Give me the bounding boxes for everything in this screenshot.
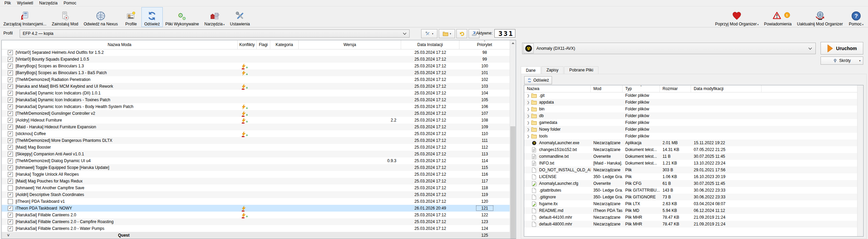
button-profile-tools[interactable]: ▾ xyxy=(421,29,437,38)
mod-row[interactable]: ✓[BarryBogs] Scopes as Binoculars 1.3 - … xyxy=(2,69,510,76)
file-tree-row[interactable]: ❯dbFolder plików xyxy=(524,112,857,119)
mod-enabled-checkbox[interactable]: ✓ xyxy=(8,226,13,231)
file-tree-row[interactable]: commandline.txtOverwriteDokument tekst..… xyxy=(524,153,857,160)
mod-row[interactable]: ✓iTheon PDA Taskboard NOWY26.01.2026 20:… xyxy=(2,205,510,212)
mod-row[interactable]: ✓[HarukaSai] Dynamic Icon Indicators - T… xyxy=(2,96,510,103)
mod-enabled-checkbox[interactable]: ✓ xyxy=(8,145,13,150)
file-column-header-nazwa[interactable]: Nazwa xyxy=(524,85,591,92)
toolbar-button-install-mod[interactable]: Zainstaluj Mod xyxy=(49,7,81,27)
file-tree-row[interactable]: ☢AnomalyLauncher.exeNiezarządzaneAplikac… xyxy=(524,139,857,146)
profile-select[interactable]: EFP 4.2 — kopia xyxy=(20,29,410,38)
mod-enabled-checkbox[interactable]: ✓ xyxy=(8,57,13,62)
mod-row[interactable]: ✓[sticknou] Coffee+25.03.2024 17:12110 xyxy=(2,130,510,137)
mod-row[interactable]: ✓[Aoldri] Descriptive Stash Coordinates2… xyxy=(2,191,510,198)
mod-row[interactable]: ✓[Maid - Haruka] Hideout Furniture Expan… xyxy=(2,124,510,130)
menu-item-pomoc[interactable]: Pomoc xyxy=(61,0,79,6)
file-tree-row[interactable]: fsgame.ltxNiezarządzanePlik LTX2.63 KB03… xyxy=(524,200,857,207)
mod-column-header-priorytet[interactable]: Priorytet˄ xyxy=(459,40,510,49)
scrollbar-thumb[interactable] xyxy=(510,126,515,239)
file-tree-row[interactable]: README.mdiTheon PDA Tas...Plik MD5.94 KB… xyxy=(524,207,857,214)
mod-row[interactable]: [iTheon] PDA Taskboard v125.03.2024 17:1… xyxy=(2,198,510,205)
file-tree-row[interactable]: .gitignore350- Ledge Gra...Plik GITIGNOR… xyxy=(524,194,857,200)
file-tree-row[interactable]: AnomalyLauncher.cfgOverwritePlik CFG61 B… xyxy=(524,180,857,187)
mod-row[interactable]: ✓[TheMrDemonized] Radiation Penetration2… xyxy=(2,76,510,83)
mod-row[interactable]: ✓[Skieppy] Companion Anti Awol v1.0.125.… xyxy=(2,151,510,157)
scroll-up-icon[interactable] xyxy=(510,40,516,46)
file-tree-row[interactable]: ❯toolsFolder plików xyxy=(524,133,857,139)
mod-row[interactable]: ✓[HarukaSai] Dynamic Icon Indicators (DI… xyxy=(2,90,510,96)
mod-row[interactable]: ✓[Vintar0] Separated Helmets And Outfits… xyxy=(2,49,510,56)
mod-row[interactable]: ✓[Aoldry] Hideout Furniture+2.225.03.202… xyxy=(2,117,510,124)
run-button[interactable]: Uruchom xyxy=(821,42,863,55)
mod-enabled-checkbox[interactable]: ✓ xyxy=(8,179,13,184)
chevron-right-icon[interactable]: ❯ xyxy=(526,101,531,104)
chevron-right-icon[interactable]: ❯ xyxy=(526,114,531,118)
file-column-header-mod[interactable]: Mod xyxy=(591,85,623,92)
file-tree-row[interactable]: ❯gamedataFolder plików xyxy=(524,119,857,126)
toolbar-button-manage-instances[interactable]: Zarządzaj Instancjami... xyxy=(1,7,49,27)
mod-enabled-checkbox[interactable]: ✓ xyxy=(8,192,13,197)
chevron-right-icon[interactable]: ❯ xyxy=(526,121,531,125)
mod-row[interactable]: ✓[TheMrDemonized] Gunslinger Controller … xyxy=(2,110,510,117)
mod-enabled-checkbox[interactable]: ✓ xyxy=(8,118,13,123)
mod-enabled-checkbox[interactable]: ✓ xyxy=(8,77,13,82)
mod-row[interactable]: ✓[TheMrDemonized] Dialog Dynamic UI u40.… xyxy=(2,157,510,164)
toolbar-button-visit-nexus[interactable]: Odwiedź na Nexus xyxy=(81,7,121,27)
mod-enabled-checkbox[interactable]: ✓ xyxy=(8,206,13,211)
mod-enabled-checkbox[interactable]: ✓ xyxy=(8,104,13,109)
tab-zapisy[interactable]: Zapisy xyxy=(541,66,564,74)
chevron-right-icon[interactable]: ❯ xyxy=(526,94,531,97)
mod-row[interactable]: ✓[HarukaSai] Fillable Canteens 2.0 - Wat… xyxy=(2,225,510,232)
file-tree-row[interactable]: DO_NOT_INSTALL_OLD_AD...NiezarządzanePli… xyxy=(524,167,857,173)
mod-enabled-checkbox[interactable]: ✓ xyxy=(8,213,13,218)
mod-enabled-checkbox[interactable] xyxy=(8,186,13,191)
file-column-header-data-modyfikacji[interactable]: Data modyfikacji xyxy=(691,85,762,92)
toolbar-button-tools[interactable]: Narzędzia▾ xyxy=(202,7,228,27)
mod-enabled-checkbox[interactable]: ✓ xyxy=(8,158,13,164)
mod-row[interactable]: ✓[TheMrDemonized] More Dangerous Phantom… xyxy=(2,137,510,144)
menu-item-wyswietl[interactable]: Wyświetl xyxy=(14,0,36,6)
file-tree-row[interactable]: changes151to152.txtNiezarządzaneDokument… xyxy=(524,146,857,153)
mod-column-header-konflikty[interactable]: Konflikty xyxy=(238,40,257,49)
mod-row[interactable]: ✓[HarukaSai] Dynamic Icon Indicators - B… xyxy=(2,103,510,110)
toolbar-button-refresh[interactable]: Odśwież xyxy=(141,7,162,27)
menu-item-plik[interactable]: Plik xyxy=(1,0,14,6)
mod-row[interactable]: ✓[Ishmaeel] Toggle Equipped Scope [Haruk… xyxy=(2,164,510,171)
mod-column-header-nazwa-moda[interactable]: Nazwa Moda xyxy=(2,40,238,49)
mod-column-header-data-instalacji[interactable]: Data Instalacji xyxy=(401,40,459,49)
mod-enabled-checkbox[interactable] xyxy=(8,199,13,204)
file-tree-scrollbar[interactable] xyxy=(857,85,863,236)
executable-select[interactable]: ☢ Anomaly (DX11-AVX) xyxy=(522,43,816,54)
mod-enabled-checkbox[interactable]: ✓ xyxy=(8,84,13,89)
mod-enabled-checkbox[interactable]: ✓ xyxy=(8,172,13,177)
tab-pobrane-pliki[interactable]: Pobrane Pliki xyxy=(564,66,598,74)
file-column-header-rozmiar[interactable]: Rozmiar xyxy=(660,85,691,92)
mod-row[interactable]: [Ishmaeel] Yet Another Campfire Save25.0… xyxy=(2,184,510,191)
separator-row-quest[interactable]: ˅Quest125 xyxy=(2,232,510,239)
button-open-folder[interactable]: ▾ xyxy=(439,29,455,38)
mod-enabled-checkbox[interactable]: ✓ xyxy=(8,70,13,75)
chevron-down-icon[interactable]: ˅ xyxy=(7,233,9,238)
chevron-right-icon[interactable]: ❯ xyxy=(526,128,531,131)
mod-enabled-checkbox[interactable]: ✓ xyxy=(8,152,13,157)
file-tree-row[interactable]: LICENSE350- Ledge Gra...Plik1.06 KB16.10… xyxy=(524,173,857,180)
mod-row[interactable]: ✓[Haruka and Maid] BHS MCM Keybind and U… xyxy=(2,83,510,90)
toolbar-button-notifications[interactable]: 1Powiadomienia xyxy=(761,7,794,27)
mod-enabled-checkbox[interactable]: ✓ xyxy=(8,125,13,130)
mod-list-scrollbar[interactable] xyxy=(510,40,516,239)
mod-enabled-checkbox[interactable]: ✓ xyxy=(8,219,13,224)
file-tree-row[interactable]: INFO.txt[Maid - Haruka]...Dokument tekst… xyxy=(524,160,857,167)
tab-dane[interactable]: Dane xyxy=(521,66,541,74)
mod-row[interactable]: ✓[Vintar0] Bounty Squads Expanded 1.0.52… xyxy=(2,56,510,63)
mod-row[interactable]: ✓[Maid] Mag Booster25.03.2024 17:12112 xyxy=(2,144,510,151)
file-tree-row[interactable]: ❯appdataFolder plików xyxy=(524,99,857,106)
mod-column-header-flagi[interactable]: Flagi xyxy=(257,40,270,49)
shortcuts-button[interactable]: Skróty ▾ xyxy=(821,57,863,65)
file-column-header-typ[interactable]: Typ˄ xyxy=(623,85,660,92)
mod-enabled-checkbox[interactable]: ✓ xyxy=(8,111,13,116)
toolbar-button-settings[interactable]: Ustawienia xyxy=(227,7,253,27)
mod-enabled-checkbox[interactable]: ✓ xyxy=(8,165,13,170)
file-tree-row[interactable]: ❯.gitFolder plików xyxy=(524,92,857,99)
toolbar-button-endorse[interactable]: Poprzyj Mod Organizer▾ xyxy=(712,7,761,27)
file-tree-row[interactable]: default-44100.mhrNiezarządzanePlik MHR78… xyxy=(524,214,857,221)
